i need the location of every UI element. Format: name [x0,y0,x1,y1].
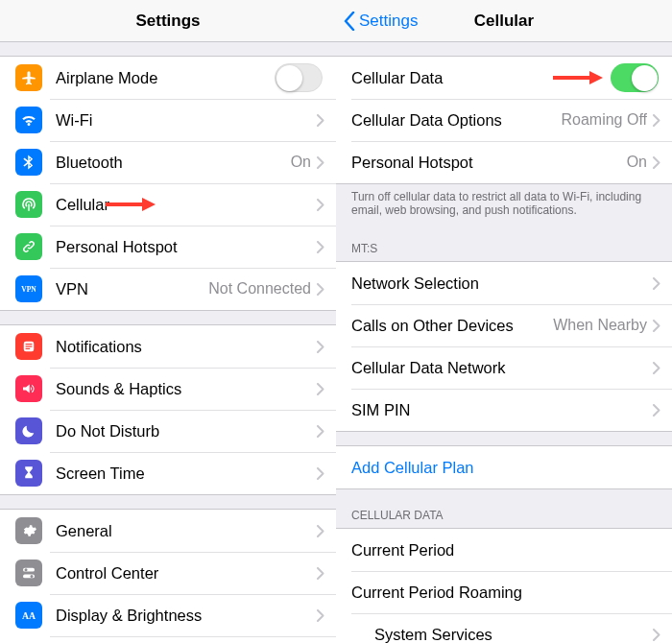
row-display[interactable]: AADisplay & Brightness [0,594,336,636]
row-add-plan[interactable]: Add Cellular Plan [336,446,672,488]
chevron-right-icon [317,199,324,211]
chevron-right-icon [317,156,324,169]
back-button[interactable]: Settings [344,12,418,31]
svg-text:AA: AA [22,610,36,621]
chevron-right-icon [317,425,324,438]
cellular-pane: Settings Cellular Cellular DataCellular … [336,0,672,643]
row-sys-services[interactable]: System Services [336,613,672,643]
svg-point-9 [31,575,34,578]
row-label: Sounds & Haptics [56,380,317,398]
svg-point-7 [25,568,28,571]
row-cell-data-net[interactable]: Cellular Data Network [336,346,672,389]
cellular-title: Cellular [474,12,534,31]
chevron-right-icon [317,341,324,353]
row-label: Screen Time [56,464,317,483]
settings-list[interactable]: Airplane ModeWi-FiBluetoothOnCellularPer… [0,42,336,643]
svg-rect-5 [26,348,31,349]
row-bluetooth[interactable]: BluetoothOn [0,141,336,183]
chevron-right-icon [317,525,324,537]
cellular-list[interactable]: Cellular DataCellular Data OptionsRoamin… [336,42,672,643]
row-label: Cellular Data Network [351,359,653,377]
row-cellular[interactable]: Cellular [0,183,336,226]
row-notifications[interactable]: Notifications [0,325,336,368]
row-label: System Services [374,626,653,644]
section-header: MT:S [336,236,672,261]
row-current-period[interactable]: Current Period [336,529,672,571]
wifi-icon [15,107,42,133]
row-vpn[interactable]: VPNVPNNot Connected [0,268,336,310]
chevron-right-icon [317,383,324,395]
row-home[interactable]: Home Screen [0,636,336,643]
notifications-icon [15,333,42,360]
row-cell-hotspot[interactable]: Personal HotspotOn [336,141,672,183]
row-screentime[interactable]: Screen Time [0,452,336,494]
row-current-roaming[interactable]: Current Period Roaming [336,571,672,613]
cellular-icon [15,191,42,218]
chevron-right-icon [317,467,324,480]
row-sim-pin[interactable]: SIM PIN [336,389,672,431]
back-label: Settings [359,12,418,31]
chevron-right-icon [653,277,660,290]
chevron-right-icon [653,404,660,417]
row-label: General [56,522,317,540]
control-icon [15,560,42,586]
row-label: Current Period Roaming [351,583,660,602]
row-label: VPN [56,280,208,298]
row-label: Personal Hotspot [56,238,317,256]
row-label: Bluetooth [56,154,291,172]
row-label: Wi-Fi [56,111,317,130]
settings-header: Settings [0,0,336,42]
row-label: Calls on Other Devices [351,317,553,335]
svg-rect-4 [26,345,33,346]
general-icon [15,517,42,544]
row-detail: When Nearby [553,317,647,334]
chevron-right-icon [317,609,324,622]
row-label: SIM PIN [351,401,653,419]
chevron-right-icon [653,629,660,641]
section-header: CELLULAR DATA [336,503,672,528]
row-label: Add Cellular Plan [351,459,660,477]
row-label: Notifications [56,338,317,356]
row-control[interactable]: Control Center [0,552,336,594]
toggle[interactable] [611,63,659,92]
row-label: Control Center [56,564,317,583]
row-hotspot[interactable]: Personal Hotspot [0,226,336,268]
row-label: Cellular Data [351,69,611,87]
settings-title: Settings [135,12,200,31]
row-calls-other[interactable]: Calls on Other DevicesWhen Nearby [336,304,672,346]
bluetooth-icon [15,149,42,176]
svg-text:VPN: VPN [21,285,36,294]
row-label: Personal Hotspot [351,154,627,172]
row-wifi[interactable]: Wi-Fi [0,99,336,141]
row-label: Cellular [56,196,317,214]
row-cell-options[interactable]: Cellular Data OptionsRoaming Off [336,99,672,141]
row-label: Cellular Data Options [351,111,561,130]
toggle[interactable] [275,63,323,92]
screentime-icon [15,460,42,487]
chevron-right-icon [317,241,324,253]
row-label: Airplane Mode [56,69,275,87]
row-dnd[interactable]: Do Not Disturb [0,410,336,452]
vpn-icon: VPN [15,275,42,302]
row-label: Current Period [351,541,660,560]
sounds-icon [15,375,42,402]
hotspot-icon [15,233,42,260]
row-detail: On [291,154,311,171]
row-sounds[interactable]: Sounds & Haptics [0,368,336,410]
row-detail: Not Connected [208,280,311,298]
row-general[interactable]: General [0,510,336,552]
chevron-right-icon [653,156,660,169]
dnd-icon [15,417,42,444]
row-network-sel[interactable]: Network Selection [336,262,672,304]
chevron-right-icon [317,567,324,580]
settings-pane: Settings Airplane ModeWi-FiBluetoothOnCe… [0,0,336,643]
display-icon: AA [15,602,42,629]
svg-rect-3 [26,344,33,345]
row-cell-data[interactable]: Cellular Data [336,57,672,99]
row-airplane[interactable]: Airplane Mode [0,57,336,99]
chevron-right-icon [653,362,660,374]
chevron-right-icon [317,283,324,296]
row-detail: Roaming Off [561,111,647,129]
chevron-right-icon [653,320,660,332]
row-label: Display & Brightness [56,607,317,625]
